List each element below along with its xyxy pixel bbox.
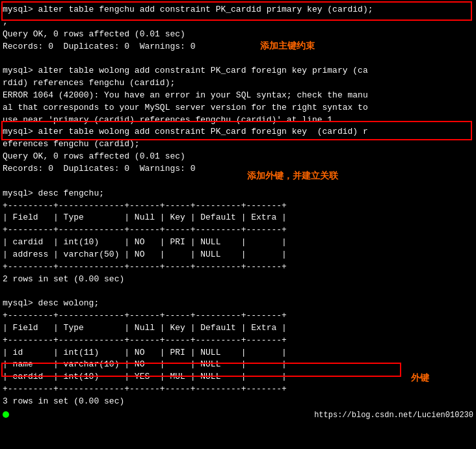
blog-url: https://blog.csdn.net/Lucien010230 — [314, 411, 473, 420]
line-10: use near 'primary (cardid) references fe… — [3, 114, 473, 127]
line-21: | address | varchar(50) | NO | | NULL | … — [3, 249, 473, 261]
line-11: mysql> alter table wolong add constraint… — [3, 126, 473, 138]
line-18: | Field | Type | Null | Key | Default | … — [3, 212, 473, 224]
line-24 — [3, 285, 473, 298]
line-28: +---------+-------------+------+-----+--… — [3, 335, 473, 347]
line-29: | id | int(11) | NO | PRI | NULL | | — [3, 347, 473, 359]
annotation-waijian: 外键 — [411, 372, 429, 384]
line-23: 2 rows in set (0.00 sec) — [3, 274, 473, 286]
line-30: | name | varchar(10) | NO | | NULL | | — [3, 359, 473, 371]
line-22: +---------+-------------+------+-----+--… — [3, 261, 473, 274]
line-33: 3 rows in set (0.00 sec) — [3, 396, 473, 408]
line-15 — [3, 175, 473, 188]
line-19: +---------+-------------+------+-----+--… — [3, 224, 473, 237]
line-32: +---------+-------------+------+-----+--… — [3, 383, 473, 396]
annotation-foreign-key: 添加外键，并建立关联 — [247, 170, 338, 182]
line-17: +---------+-------------+------+-----+--… — [3, 200, 473, 212]
line-8: ERROR 1064 (42000): You have an error in… — [3, 90, 473, 102]
line-25: mysql> desc wolong; — [3, 298, 473, 310]
line-13: Query OK, 0 rows affected (0.01 sec) — [3, 151, 473, 163]
terminal: mysql> alter table fengchu add constrain… — [0, 0, 476, 449]
line-26: +---------+-------------+------+-----+--… — [3, 310, 473, 322]
line-2: ; — [3, 16, 473, 29]
line-7: rdid) references fengchu (cardid); — [3, 77, 473, 90]
line-9: al that corresponds to your MySQL server… — [3, 102, 473, 114]
line-16: mysql> desc fengchu; — [3, 188, 473, 200]
line-14: Records: 0 Duplicates: 0 Warnings: 0 — [3, 163, 473, 175]
line-6: mysql> alter table wolong add constraint… — [3, 65, 473, 77]
cursor-indicator — [3, 411, 9, 420]
line-31: | cardid | int(10) | YES | MUL | NULL | … — [3, 371, 473, 383]
line-3: Query OK, 0 rows affected (0.01 sec) — [3, 29, 473, 41]
line-4: Records: 0 Duplicates: 0 Warnings: 0 — [3, 41, 473, 53]
line-20: | cardid | int(10) | NO | PRI | NULL | | — [3, 237, 473, 249]
line-27: | Field | Type | Null | Key | Default | … — [3, 322, 473, 335]
line-5 — [3, 53, 473, 65]
annotation-primary-key: 添加主键约束 — [260, 40, 315, 52]
line-12: eferences fengchu (cardid); — [3, 138, 473, 151]
line-1: mysql> alter table fengchu add constrain… — [3, 4, 473, 16]
